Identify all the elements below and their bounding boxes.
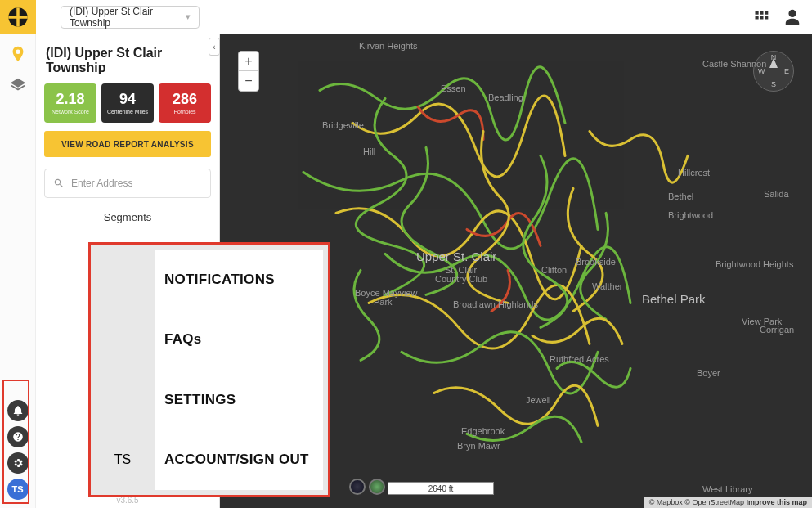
map-place-label: Corrigan — [760, 325, 794, 335]
map-place-label: Edgebrook — [461, 426, 505, 436]
map-place-label: Park — [374, 297, 393, 307]
top-bar: (IDI) Upper St Clair Township ▾ — [0, 0, 812, 34]
map-place-label: Upper St. Clair — [416, 250, 496, 263]
map-place-label: Bridgeville — [322, 120, 364, 130]
map-place-label: Broadlawn Highlands — [453, 299, 538, 309]
map-place-label: Ruthfred Acres — [550, 354, 609, 364]
gear-icon — [12, 457, 24, 469]
map-place-label: Bethel Park — [642, 292, 706, 306]
rail-account-avatar[interactable]: TS — [7, 479, 29, 500]
left-rail: TS — [0, 34, 36, 508]
metric-label: Potholes — [173, 109, 195, 115]
map-place-label: Brightwood Heights — [716, 259, 793, 269]
bell-icon — [12, 405, 24, 416]
question-icon — [12, 431, 24, 443]
map-place-label: Clifton — [541, 265, 567, 275]
zoom-out-button[interactable]: − — [239, 71, 258, 91]
popup-item-label[interactable]: ACCOUNT/SIGN OUT — [164, 452, 318, 468]
metric-value: 286 — [173, 92, 197, 106]
map-place-label: West Library — [702, 484, 753, 494]
metric-card: 2.18Network Score — [44, 83, 96, 123]
metric-label: Centerline Miles — [107, 109, 148, 115]
rail-map-pin-button[interactable] — [5, 41, 31, 67]
map-place-label: Brookside — [576, 257, 616, 267]
map-place-label: Kirvan Heights — [359, 41, 418, 51]
avatar-initials: TS — [11, 484, 23, 494]
svg-rect-2 — [16, 7, 20, 26]
account-button[interactable] — [781, 6, 804, 29]
view-report-button[interactable]: VIEW ROAD REPORT ANALYSIS — [44, 131, 211, 157]
map-place-label: Walther — [592, 281, 623, 291]
rail-faqs-button[interactable] — [7, 426, 29, 447]
improve-map-link[interactable]: Improve this map — [746, 498, 807, 506]
scale-bar: 2640 ft — [388, 482, 494, 495]
map-place-label: Jewell — [526, 395, 551, 405]
rail-settings-button[interactable] — [7, 452, 29, 474]
metric-card: 94Centerline Miles — [101, 83, 154, 123]
popup-item-label[interactable]: NOTIFICATIONS — [164, 272, 318, 288]
app-logo — [0, 0, 36, 34]
user-icon — [783, 8, 801, 26]
metric-value: 2.18 — [56, 92, 84, 106]
metric-card: 286Potholes — [159, 83, 211, 123]
map-place-label: Bryn Mawr — [457, 441, 500, 451]
zoom-control: + − — [238, 51, 259, 92]
map-attribution: © Mapbox © OpenStreetMap Improve this ma… — [644, 497, 812, 508]
metric-value: 94 — [119, 92, 136, 106]
chevron-down-icon: ▾ — [186, 11, 191, 22]
account-popup: TS NOTIFICATIONSFAQsSETTINGSACCOUNT/SIGN… — [88, 242, 330, 497]
map-place-label: Essen — [441, 83, 466, 93]
scale-label: 2640 ft — [428, 484, 454, 493]
metric-label: Network Score — [52, 109, 89, 115]
basemap-dark-button[interactable] — [349, 479, 366, 495]
compass[interactable]: NSWE — [753, 51, 794, 92]
metrics-row: 2.18Network Score94Centerline Miles286Po… — [44, 83, 211, 123]
apps-grid-button[interactable] — [750, 6, 773, 29]
map-place-label: Bethel — [668, 191, 693, 201]
map-place-label: Salida — [764, 189, 789, 199]
map-place-label: Brightwood — [668, 210, 713, 220]
address-search[interactable]: Enter Address — [44, 169, 211, 198]
map-place-label: Country Club — [435, 274, 487, 284]
map-place-label: Hill — [363, 146, 375, 156]
grid-icon — [753, 9, 769, 25]
basemap-satellite-button[interactable] — [369, 479, 385, 495]
network-selector-text: (IDI) Upper St Clair Township — [70, 6, 181, 29]
map-place-label: Beadling — [488, 92, 523, 102]
zoom-in-button[interactable]: + — [239, 52, 258, 71]
popup-item-label[interactable]: SETTINGS — [164, 392, 318, 408]
map-place-label: Boyer — [697, 368, 720, 378]
map-pin-icon — [9, 45, 27, 63]
panel-collapse-button[interactable]: ‹ — [209, 38, 220, 56]
panel-title: (IDI) Upper St Clair Township — [44, 43, 211, 83]
layers-icon — [9, 76, 27, 94]
search-icon — [53, 178, 65, 189]
basemap-switcher — [349, 479, 385, 495]
map-place-label: Castle Shannon — [702, 59, 766, 69]
rail-layers-button[interactable] — [5, 72, 31, 98]
rail-notifications-button[interactable] — [7, 400, 29, 421]
avatar-icon[interactable]: TS — [114, 452, 131, 467]
segments-label: Segments — [44, 208, 211, 230]
search-placeholder: Enter Address — [71, 178, 132, 189]
map-place-label: Hillcrest — [678, 168, 710, 178]
popup-item-label[interactable]: FAQs — [164, 331, 318, 348]
network-selector[interactable]: (IDI) Upper St Clair Township ▾ — [61, 6, 200, 29]
